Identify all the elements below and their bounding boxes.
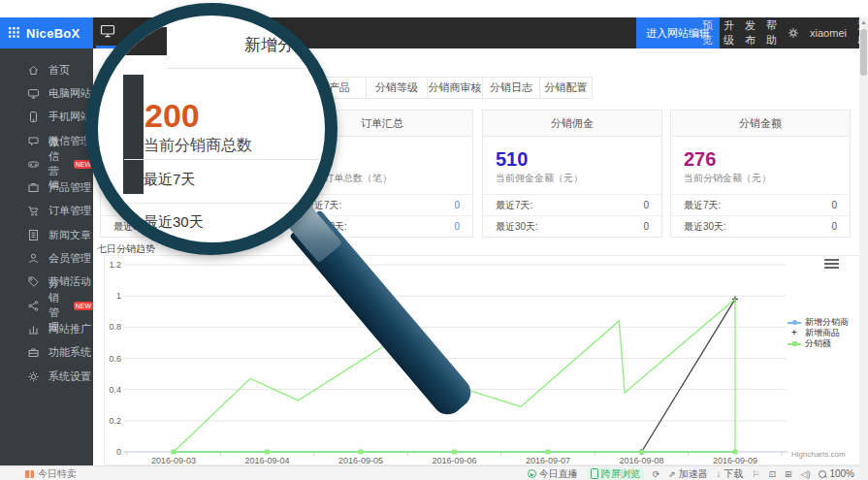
bar-chart-icon (27, 323, 40, 336)
svg-text:1: 1 (116, 291, 121, 301)
gear-icon (27, 370, 40, 383)
scrollbar-up-arrow[interactable]: ▲ (859, 18, 868, 27)
svg-text:2016-09-03: 2016-09-03 (151, 456, 196, 464)
bottom-bar-tools: ▶今日直播 跨屏浏览 ⟳ ⇗加速器 ↓下载 ⚐ ⊡ ⊞ ◁) 100% (528, 467, 854, 480)
speaker-icon[interactable]: ◁) (801, 469, 811, 479)
legend-item-distribution-amount[interactable]: 分销额 (788, 338, 849, 349)
sidebar-item-products[interactable]: 产品管理 (0, 176, 93, 199)
tab-distributor-review[interactable]: 分销商审核 (428, 77, 483, 99)
trend-chart: 00.20.40.60.811.22016-09-032016-09-04201… (104, 255, 860, 465)
username[interactable]: xiaomei (810, 27, 847, 39)
distribution-tabs: 分销产品 分销等级 分销商审核 分销日志 分销配置 (291, 77, 593, 99)
chart-plot-area: 00.20.40.60.811.22016-09-032016-09-04201… (105, 256, 859, 464)
svg-text:2016-09-07: 2016-09-07 (526, 456, 570, 464)
sidebar-item-members[interactable]: 会员管理 (0, 246, 93, 270)
svg-text:0.8: 0.8 (109, 322, 121, 332)
history-icon[interactable]: ⟳ (653, 469, 660, 479)
download-arrow-icon: ↓ (717, 469, 722, 479)
flag-icon[interactable]: ⚐ (752, 469, 759, 479)
tab-distribution-logs[interactable]: 分销日志 (483, 77, 540, 99)
page-scrollbar[interactable] (859, 17, 868, 480)
sidebar-item-label: 会员管理 (48, 251, 91, 266)
menu-preview[interactable]: 预览 (702, 18, 713, 48)
sidebar-item-settings[interactable]: 系统设置 (0, 365, 93, 388)
card-row: 最近7天:0 (483, 194, 661, 215)
new-badge: NEW (74, 302, 93, 310)
lens-divider (124, 159, 325, 160)
card-row: 最近30天:0 (671, 215, 850, 237)
document-icon (27, 229, 40, 241)
gift-icon (25, 470, 34, 478)
legend-label: 分销额 (805, 337, 831, 350)
svg-text:0.2: 0.2 (109, 416, 121, 426)
sidebar-item-label: 首页 (48, 63, 70, 78)
sidebar-item-distribution[interactable]: 分销管理 NEW (0, 294, 93, 317)
person-icon (27, 252, 40, 265)
lens-sidebar-strip (123, 75, 144, 194)
sidebar-item-news[interactable]: 新闻文章 (0, 223, 93, 246)
home-icon (27, 64, 40, 77)
topbar-menu: 预览 升级 发布 帮助 xiaomei 退出 (702, 17, 868, 48)
sidebar-item-marketing-activity[interactable]: 营销活动 (0, 271, 93, 294)
sidebar-item-home[interactable]: 首页 (0, 58, 93, 81)
card-caption: 当前订单总数（笔） (305, 172, 472, 185)
sidebar-item-promotion[interactable]: 网站推广 (0, 317, 93, 340)
settings-gear-icon[interactable] (788, 27, 799, 39)
sidebar-item-pc-site[interactable]: 电脑网站 (0, 81, 93, 105)
menu-publish[interactable]: 发布 (745, 18, 755, 48)
app-logo[interactable]: NiceBoX (0, 17, 93, 48)
card-value: 276 (684, 148, 850, 170)
card-value: 510 (496, 148, 661, 170)
todays-sale-link[interactable]: 今日特卖 (25, 467, 77, 480)
sidebar-item-wechat-manage[interactable]: 微信管理 (0, 129, 93, 152)
toolbox-icon (27, 346, 40, 359)
svg-text:2016-09-08: 2016-09-08 (619, 456, 663, 464)
tab-distribution-config[interactable]: 分销配置 (540, 77, 593, 99)
sidebar-item-wechat-marketing[interactable]: 微信营销 NEW (0, 152, 93, 176)
sidebar-item-mobile-site[interactable]: 手机网站 (0, 106, 93, 129)
share-icon[interactable]: ⊡ (768, 469, 776, 479)
card-distribution-amount: 分销金额 276 当前分销金额（元） 最近7天:0 最近30天:0 (670, 110, 851, 238)
svg-text:2016-09-05: 2016-09-05 (338, 456, 383, 464)
monitor-icon (27, 87, 40, 100)
svg-text:2016-09-04: 2016-09-04 (244, 456, 289, 464)
magnifier-icon (819, 470, 826, 478)
live-today-button[interactable]: ▶今日直播 (528, 467, 578, 480)
chart-credits[interactable]: Highcharts.com (791, 450, 846, 459)
sidebar-item-label: 系统设置 (48, 369, 91, 384)
card-row: 最近7天:0 (671, 194, 850, 215)
svg-text:0: 0 (116, 447, 121, 457)
svg-text:0.6: 0.6 (109, 354, 121, 364)
accelerator-button[interactable]: ⇗加速器 (668, 467, 708, 480)
lens-value: 200 (145, 97, 200, 135)
zoom-level[interactable]: 100% (819, 468, 854, 479)
sidebar-nav: 首页 电脑网站 手机网站 微信管理 微信营销 NEW 产品管理 订单管理 新闻文… (0, 48, 93, 465)
menu-help[interactable]: 帮助 (766, 18, 777, 48)
desktop-view-icon[interactable] (100, 24, 115, 42)
play-icon: ▶ (528, 469, 536, 478)
sidebar-item-label: 网站推广 (48, 322, 91, 336)
window-icon[interactable]: ⊞ (785, 469, 792, 479)
chart-menu-icon[interactable] (824, 259, 839, 270)
card-caption: 当前佣金金额（元） (496, 172, 661, 185)
download-button[interactable]: ↓下载 (717, 467, 744, 480)
sidebar-item-label: 订单管理 (48, 204, 91, 218)
chart-legend: 新增分销商 + 新增商品 分销额 (788, 317, 849, 349)
tab-distribution-levels[interactable]: 分销等级 (367, 77, 428, 99)
svg-text:2016-09-06: 2016-09-06 (432, 456, 476, 464)
sidebar-item-orders[interactable]: 订单管理 (0, 200, 93, 223)
scrollbar-thumb[interactable] (860, 29, 867, 76)
menu-upgrade[interactable]: 升级 (723, 18, 734, 48)
chart-title: 七日分销趋势 (97, 242, 155, 256)
cart-icon (27, 205, 40, 217)
lens-caption: 当前分销商总数 (144, 136, 252, 156)
briefcase-icon (27, 181, 40, 194)
card-distribution-commission: 分销佣金 510 当前佣金金额（元） 最近7天:0 最近30天:0 (482, 110, 662, 238)
card-caption: 当前分销金额（元） (684, 172, 850, 185)
sidebar-item-function-system[interactable]: 功能系统 (0, 341, 93, 365)
tag-icon (27, 275, 40, 288)
page-top-strip (0, 0, 868, 17)
logo-text: NiceBoX (26, 26, 80, 41)
lens-divider (124, 203, 325, 204)
cross-screen-button[interactable]: 跨屏浏览 (587, 467, 644, 480)
